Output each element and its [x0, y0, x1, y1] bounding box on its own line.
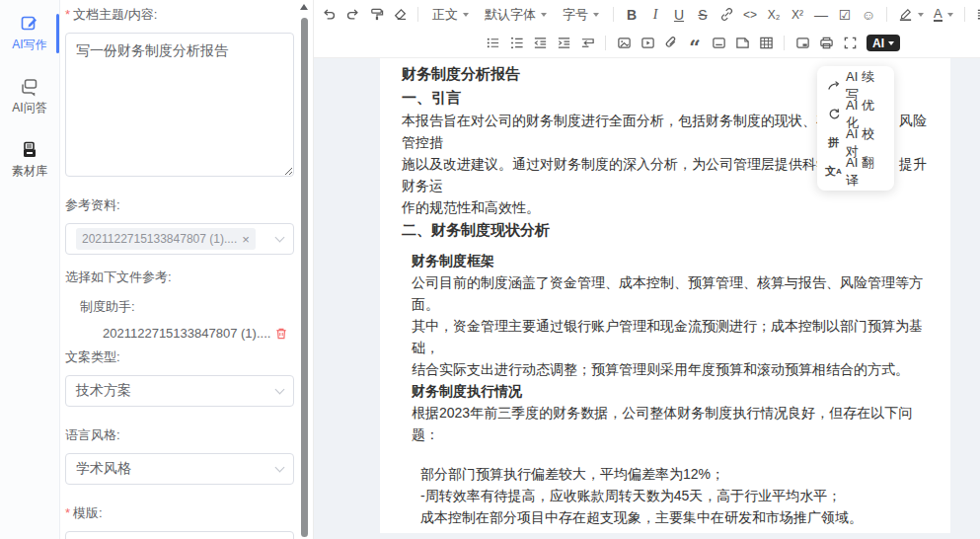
proofread-icon: 拼 — [826, 135, 841, 150]
insert-image-button[interactable] — [613, 33, 635, 54]
format-painter-button[interactable] — [365, 4, 387, 26]
template-select[interactable]: 通用模板 — [65, 531, 294, 539]
doc-list-line: 部分部门预算执行偏差较大，平均偏差率为12%； — [402, 463, 929, 485]
underline-button[interactable]: U — [668, 4, 690, 26]
undo-button[interactable] — [318, 4, 339, 26]
eraser-button[interactable] — [389, 4, 411, 26]
divider — [613, 7, 614, 22]
doc-type-select[interactable]: 技术方案 — [65, 375, 294, 407]
topic-label: *文档主题/内容: — [65, 6, 294, 24]
justify-icon — [976, 7, 980, 22]
divider — [964, 7, 965, 22]
doc-line: 公司目前的制度涵盖了资金管理、成本控制、预算管理、核算与报告、风险管理等方面。 — [402, 271, 929, 315]
doc-line: 作的规范性和高效性。 — [402, 196, 929, 218]
style-label: 语言风格: — [65, 426, 294, 444]
superscript-button[interactable]: X² — [787, 4, 808, 26]
optimize-icon — [827, 108, 841, 121]
bullet-list-button[interactable] — [482, 33, 503, 54]
highlight-color-dropdown[interactable] — [894, 4, 928, 26]
print-button[interactable] — [815, 33, 837, 54]
line-break-button[interactable] — [576, 33, 598, 54]
font-family-dropdown[interactable]: 默认字体 — [478, 4, 554, 26]
caret-down-icon — [541, 13, 547, 17]
style-select[interactable]: 学术风格 — [65, 453, 294, 485]
scroll-up-arrow-icon[interactable] — [300, 4, 308, 10]
outdent-button[interactable] — [529, 33, 551, 54]
editor-toolbar: 正文 默认字体 字号 B I U S <> X₂ X² — ☑ ☺ A — [314, 0, 980, 58]
inline-code-button[interactable]: <> — [739, 4, 761, 26]
edit-icon — [20, 14, 39, 34]
attachment-button[interactable] — [660, 33, 682, 54]
ordered-list-button[interactable] — [505, 33, 527, 54]
divider — [886, 7, 887, 22]
link-button[interactable] — [716, 4, 737, 26]
required-mark: * — [65, 7, 70, 22]
bold-button[interactable]: B — [621, 4, 642, 26]
continue-icon — [827, 79, 841, 93]
caret-down-icon — [593, 13, 599, 17]
sidebar-item-label: 素材库 — [12, 163, 47, 180]
font-size-dropdown[interactable]: 字号 — [556, 4, 606, 26]
assistant-label: 制度助手: — [65, 298, 294, 316]
editor-mode-button[interactable] — [792, 33, 813, 54]
sidebar-item-label: AI问答 — [12, 100, 46, 116]
library-icon — [20, 140, 39, 160]
delete-icon[interactable] — [274, 327, 288, 341]
doc-heading: 二、财务制度现状分析 — [402, 218, 929, 242]
assistant-file-name: 2021122715133847807 (1).... — [103, 326, 270, 341]
template-label: *模版: — [65, 504, 294, 522]
divider — [784, 36, 785, 50]
paragraph-style-dropdown[interactable]: 正文 — [425, 4, 476, 26]
indent-button[interactable] — [553, 33, 574, 54]
highlight-pen-icon — [898, 7, 913, 22]
divider — [417, 7, 418, 22]
chat-icon — [20, 77, 39, 97]
ai-dropdown-button[interactable]: AI — [867, 35, 900, 51]
horizontal-rule-button[interactable]: — — [810, 4, 832, 26]
scrollbar-thumb[interactable] — [301, 18, 308, 537]
tag-close-icon[interactable]: × — [242, 232, 250, 247]
divider — [605, 36, 606, 50]
doc-list-line: 成本控制在部分项目中存在超支现象，主要集中在研发和市场推广领域。 — [402, 506, 929, 528]
subscript-button[interactable]: X₂ — [763, 4, 785, 26]
redo-button[interactable] — [341, 4, 363, 26]
menu-item-ai-translate[interactable]: 文A AI 翻译 — [817, 157, 894, 186]
caret-down-icon — [463, 13, 469, 17]
translate-icon: 文A — [826, 164, 841, 179]
doc-type-value: 技术方案 — [76, 382, 276, 400]
blank-line — [402, 445, 929, 463]
reference-select[interactable]: 2021122715133847807 (1).... × — [65, 223, 294, 255]
sidebar-item-material-library[interactable]: 素材库 — [0, 136, 59, 184]
italic-button[interactable]: I — [644, 4, 666, 26]
caret-down-icon — [888, 41, 894, 45]
insert-video-button[interactable] — [637, 33, 658, 54]
font-color-dropdown[interactable]: A — [930, 4, 957, 26]
insert-table-button[interactable] — [755, 33, 777, 54]
emoji-button[interactable]: ☺ — [858, 4, 879, 26]
strikethrough-button[interactable]: S — [692, 4, 714, 26]
align-dropdown[interactable] — [972, 4, 980, 26]
todo-checkbox-button[interactable]: ☑ — [834, 4, 856, 26]
assistant-file-row: 2021122715133847807 (1).... — [65, 326, 294, 341]
doc-line: 结合实际支出进行动态调整；预算管理则采用年度预算和滚动预算相结合的方式。 — [402, 358, 929, 380]
sidebar-item-ai-write[interactable]: AI写作 — [0, 10, 59, 57]
sidebar-item-label: AI写作 — [12, 37, 46, 53]
topic-input[interactable]: 写一份财务制度分析报告 — [65, 33, 294, 177]
panel-scrollbar — [298, 4, 310, 537]
code-block-button[interactable] — [731, 33, 753, 54]
ai-actions-menu: AI 续写 AI 优化 拼 AI 校对 文A AI 翻译 — [817, 66, 894, 191]
app-window: AI写作 AI问答 素材库 *文档主题/内容: 写一份财务制度分析报告 参考资料… — [0, 0, 980, 539]
file-reference-label: 选择如下文件参考: — [65, 269, 294, 286]
caret-down-icon — [947, 13, 953, 17]
chevron-down-icon — [275, 384, 285, 394]
doc-type-label: 文案类型: — [65, 348, 294, 366]
font-color-icon: A — [934, 7, 942, 22]
blockquote-button[interactable]: “ — [684, 33, 706, 54]
divider-block-button[interactable] — [708, 33, 729, 54]
reference-file-tag: 2021122715133847807 (1).... × — [76, 228, 256, 250]
left-nav: AI写作 AI问答 素材库 — [0, 0, 59, 539]
caret-down-icon — [918, 13, 924, 17]
fullscreen-button[interactable] — [839, 33, 861, 54]
doc-list-line: -周转效率有待提高，应收账款周转天数为45天，高于行业平均水平； — [402, 485, 929, 506]
sidebar-item-ai-qa[interactable]: AI问答 — [0, 73, 59, 120]
